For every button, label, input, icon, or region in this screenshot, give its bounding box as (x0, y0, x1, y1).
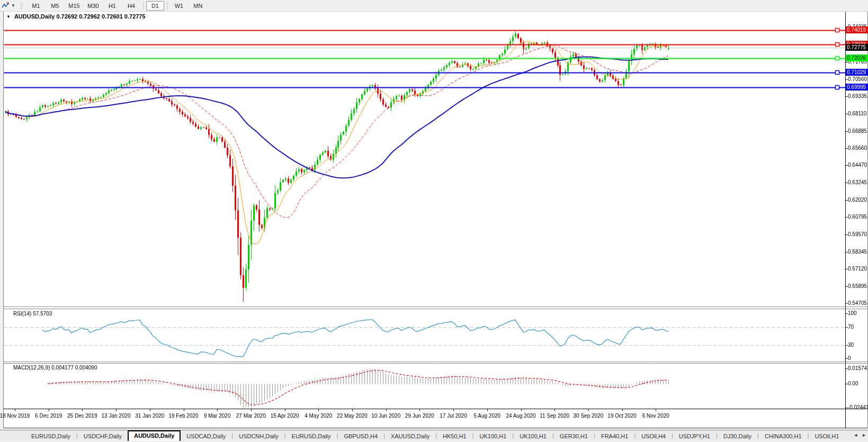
tab-usdchf-daily[interactable]: USDCHF,Daily (78, 431, 128, 441)
price-axis[interactable] (846, 11, 868, 409)
timeframe-button-m30[interactable]: M30 (84, 1, 102, 11)
tab-usoil-h4[interactable]: USOil,H4 (636, 431, 672, 441)
tab-usdcnh-daily[interactable]: USDCNH,Daily (233, 431, 284, 441)
caret-down-icon[interactable]: ▼ (11, 3, 15, 8)
tab-scroll-arrows: ◄ ► (853, 432, 866, 438)
tab-dj30-daily[interactable]: DJ30,Daily (718, 431, 757, 441)
timeframe-button-d1[interactable]: D1 (146, 1, 164, 11)
timeframe-button-h1[interactable]: H1 (103, 1, 121, 11)
tab-china300-h1[interactable]: CHINA300,H1 (759, 431, 808, 441)
tab-eurusd-daily[interactable]: EURUSD,Daily (286, 431, 337, 441)
tab-usdcad-daily[interactable]: USDCAD,Daily (181, 431, 231, 441)
timeframe-button-mn[interactable]: MN (189, 1, 207, 11)
mt4-window: ▼ M1M5M15M30H1H4D1W1MN ▼ AUDUSD,Daily 0.… (0, 0, 868, 442)
tab-ger30-h1[interactable]: GER30,H1 (554, 431, 594, 441)
time-axis[interactable] (3, 409, 845, 422)
toolbar-grip (21, 2, 22, 10)
tab-eurusd-daily[interactable]: EURUSD,Daily (25, 431, 76, 441)
timeframe-button-m5[interactable]: M5 (46, 1, 64, 11)
indicators-tool-icon[interactable]: ▼ (2, 2, 15, 10)
collapse-triangle-icon[interactable]: ▼ (6, 14, 11, 19)
tab-gbpusd-h4[interactable]: GBPUSD,H4 (338, 431, 383, 441)
tab-fra40-h1[interactable]: FRA40,H1 (595, 431, 634, 441)
chart-canvas[interactable] (0, 0, 868, 442)
chart-tab-bar: EURUSD,Daily|USDCHF,DailyAUDUSD,DailyUSD… (0, 430, 868, 441)
toolbar-separator (167, 2, 167, 10)
tab-usoil-h1[interactable]: USOil,H1 (809, 431, 845, 441)
timeframe-button-m15[interactable]: M15 (65, 1, 83, 11)
chart-title: ▼ AUDUSD,Daily 0.72692 0.72962 0.72601 0… (6, 13, 146, 20)
zigzag-chart-icon (2, 2, 10, 10)
tab-scroll-right-icon[interactable]: ► (862, 432, 866, 438)
tab-xauusd-daily[interactable]: XAUUSD,Daily (385, 431, 435, 441)
tab-uk100-h1[interactable]: UK100,H1 (514, 431, 552, 441)
tab-uk100-h1[interactable]: UK100,H1 (474, 431, 513, 441)
tab-scroll-left-icon[interactable]: ◄ (853, 432, 858, 438)
chart-title-text: AUDUSD,Daily 0.72692 0.72962 0.72601 0.7… (14, 13, 146, 20)
timeframe-toolbar: ▼ M1M5M15M30H1H4D1W1MN (0, 0, 868, 12)
tab-hk50-h1[interactable]: HK50,H1 (437, 431, 472, 441)
tab-audusd-daily[interactable]: AUDUSD,Daily (128, 430, 181, 441)
timeframe-button-h4[interactable]: H4 (122, 1, 140, 11)
tab-usdjpy-h1[interactable]: USDJPY,H1 (673, 431, 716, 441)
toolbar-separator (143, 2, 144, 10)
timeframe-button-w1[interactable]: W1 (170, 1, 188, 11)
timeframe-button-m1[interactable]: M1 (27, 1, 45, 11)
